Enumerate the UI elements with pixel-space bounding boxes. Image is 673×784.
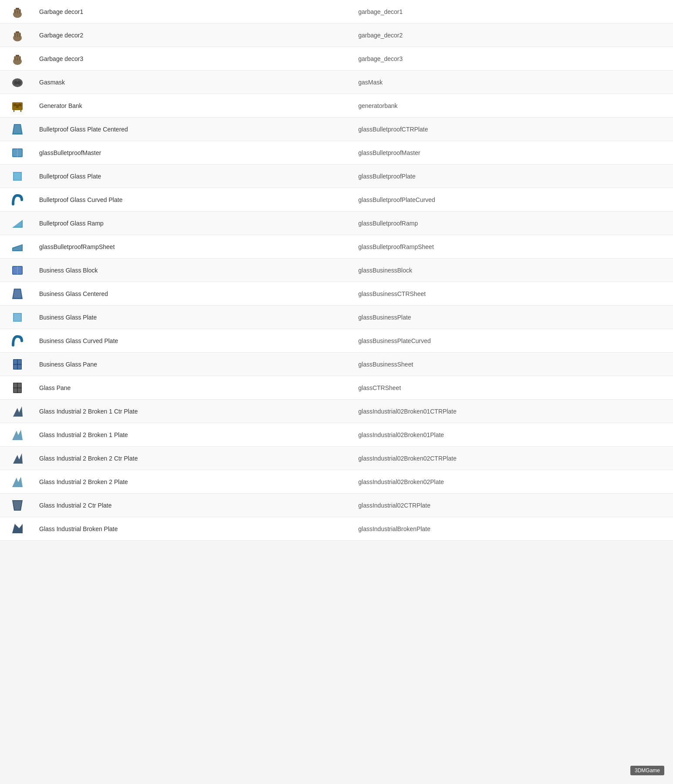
table-row[interactable]: Bulletproof Glass Curved Plate glassBull… bbox=[0, 188, 673, 212]
item-identifier: glassCTRSheet bbox=[354, 384, 673, 391]
svg-rect-25 bbox=[16, 104, 19, 108]
table-row[interactable]: Business Glass Pane glassBusinessSheet bbox=[0, 353, 673, 376]
item-identifier: glassBusinessBlock bbox=[354, 267, 673, 274]
svg-rect-2 bbox=[16, 8, 19, 10]
row-icon bbox=[0, 145, 35, 161]
item-identifier: glassBulletproofMaster bbox=[354, 149, 673, 156]
table-row[interactable]: Gasmask gasMask bbox=[0, 71, 673, 94]
item-icon bbox=[10, 498, 25, 513]
svg-marker-45 bbox=[14, 314, 21, 321]
item-identifier: glassBusinessPlate bbox=[354, 314, 673, 321]
svg-marker-43 bbox=[13, 289, 21, 298]
table-row[interactable]: Glass Industrial Broken Plate glassIndus… bbox=[0, 517, 673, 541]
table-row[interactable]: glassBulletproofMaster glassBulletproofM… bbox=[0, 141, 673, 165]
table-row[interactable]: Generator Bank generatorbank bbox=[0, 94, 673, 118]
item-name: Gasmask bbox=[35, 79, 354, 86]
item-identifier: glassBusinessCTRSheet bbox=[354, 290, 673, 297]
svg-rect-23 bbox=[13, 104, 16, 106]
item-icon bbox=[10, 474, 25, 490]
item-icon bbox=[10, 168, 25, 184]
table-row[interactable]: Glass Pane glassCTRSheet bbox=[0, 376, 673, 400]
item-icon bbox=[10, 310, 25, 325]
row-icon bbox=[0, 215, 35, 231]
item-name: Glass Industrial Broken Plate bbox=[35, 525, 354, 532]
item-identifier: glassIndustrial02Broken01Plate bbox=[354, 431, 673, 438]
row-icon bbox=[0, 333, 35, 349]
item-icon bbox=[10, 192, 25, 208]
table-row[interactable]: Glass Industrial 2 Broken 1 Ctr Plate gl… bbox=[0, 400, 673, 423]
row-icon bbox=[0, 310, 35, 325]
item-name: Glass Industrial 2 Broken 1 Plate bbox=[35, 431, 354, 438]
item-icon bbox=[10, 262, 25, 278]
table-row[interactable]: Glass Industrial 2 Broken 2 Plate glassI… bbox=[0, 470, 673, 494]
item-name: Business Glass Block bbox=[35, 267, 354, 274]
item-identifier: glassIndustrial02CTRPlate bbox=[354, 502, 673, 509]
item-icon bbox=[10, 98, 25, 114]
row-icon bbox=[0, 286, 35, 302]
item-name: Bulletproof Glass Ramp bbox=[35, 220, 354, 227]
row-icon bbox=[0, 521, 35, 537]
table-row[interactable]: Garbage decor1 garbage_decor1 bbox=[0, 0, 673, 24]
item-name: Business Glass Plate bbox=[35, 314, 354, 321]
item-identifier: gasMask bbox=[354, 79, 673, 86]
item-name: Garbage decor1 bbox=[35, 8, 354, 15]
item-identifier: glassIndustrial02Broken02CTRPlate bbox=[354, 455, 673, 462]
item-name: Garbage decor2 bbox=[35, 32, 354, 39]
item-name: Glass Industrial 2 Broken 1 Ctr Plate bbox=[35, 408, 354, 415]
item-identifier: garbage_decor2 bbox=[354, 32, 673, 39]
item-icon bbox=[10, 121, 25, 137]
table-row[interactable]: Business Glass Plate glassBusinessPlate bbox=[0, 306, 673, 329]
item-icon bbox=[10, 427, 25, 443]
item-identifier: generatorbank bbox=[354, 102, 673, 109]
row-icon bbox=[0, 168, 35, 184]
row-icon bbox=[0, 427, 35, 443]
table-row[interactable]: Business Glass Curved Plate glassBusines… bbox=[0, 329, 673, 353]
item-icon bbox=[10, 51, 25, 67]
table-row[interactable]: Garbage decor3 garbage_decor3 bbox=[0, 47, 673, 71]
row-icon bbox=[0, 192, 35, 208]
row-icon bbox=[0, 121, 35, 137]
row-icon bbox=[0, 498, 35, 513]
item-name: glassBulletproofMaster bbox=[35, 149, 354, 156]
row-icon bbox=[0, 239, 35, 255]
svg-rect-24 bbox=[19, 104, 21, 106]
item-identifier: glassBulletproofRamp bbox=[354, 220, 673, 227]
item-identifier: glassIndustrialBrokenPlate bbox=[354, 525, 673, 532]
svg-marker-29 bbox=[13, 125, 21, 133]
item-name: Bulletproof Glass Plate bbox=[35, 173, 354, 180]
item-icon bbox=[10, 380, 25, 396]
item-identifier: garbage_decor3 bbox=[354, 55, 673, 62]
table-row[interactable]: Glass Industrial 2 Broken 2 Ctr Plate gl… bbox=[0, 447, 673, 470]
svg-marker-34 bbox=[14, 173, 21, 180]
table-row[interactable]: Glass Industrial 2 Broken 1 Plate glassI… bbox=[0, 423, 673, 447]
item-icon bbox=[10, 4, 25, 20]
item-identifier: glassBulletproofPlate bbox=[354, 173, 673, 180]
table-row[interactable]: Garbage decor2 garbage_decor2 bbox=[0, 24, 673, 47]
table-row[interactable]: Bulletproof Glass Ramp glassBulletproofR… bbox=[0, 212, 673, 235]
item-name: Business Glass Curved Plate bbox=[35, 337, 354, 344]
row-icon bbox=[0, 474, 35, 490]
item-icon bbox=[10, 333, 25, 349]
svg-marker-36 bbox=[13, 221, 22, 227]
item-icon bbox=[10, 74, 25, 90]
table-row[interactable]: glassBulletproofRampSheet glassBulletpro… bbox=[0, 235, 673, 259]
row-icon bbox=[0, 27, 35, 43]
item-identifier: glassBulletproofRampSheet bbox=[354, 243, 673, 250]
table-row[interactable]: Bulletproof Glass Plate Centered glassBu… bbox=[0, 118, 673, 141]
item-icon bbox=[10, 145, 25, 161]
svg-rect-21 bbox=[15, 82, 20, 84]
table-row[interactable]: Business Glass Centered glassBusinessCTR… bbox=[0, 282, 673, 306]
row-icon bbox=[0, 357, 35, 372]
item-identifier: glassIndustrial02Broken02Plate bbox=[354, 478, 673, 485]
item-name: Glass Pane bbox=[35, 384, 354, 391]
table-row[interactable]: Business Glass Block glassBusinessBlock bbox=[0, 259, 673, 282]
table-row[interactable]: Glass Industrial 2 Ctr Plate glassIndust… bbox=[0, 494, 673, 517]
item-identifier: glassIndustrial02Broken01CTRPlate bbox=[354, 408, 673, 415]
items-table: Garbage decor1 garbage_decor1 Garbage de… bbox=[0, 0, 673, 541]
row-icon bbox=[0, 98, 35, 114]
item-icon bbox=[10, 357, 25, 372]
item-name: Business Glass Pane bbox=[35, 361, 354, 368]
table-row[interactable]: Bulletproof Glass Plate glassBulletproof… bbox=[0, 165, 673, 188]
item-name: Glass Industrial 2 Ctr Plate bbox=[35, 502, 354, 509]
item-icon bbox=[10, 239, 25, 255]
